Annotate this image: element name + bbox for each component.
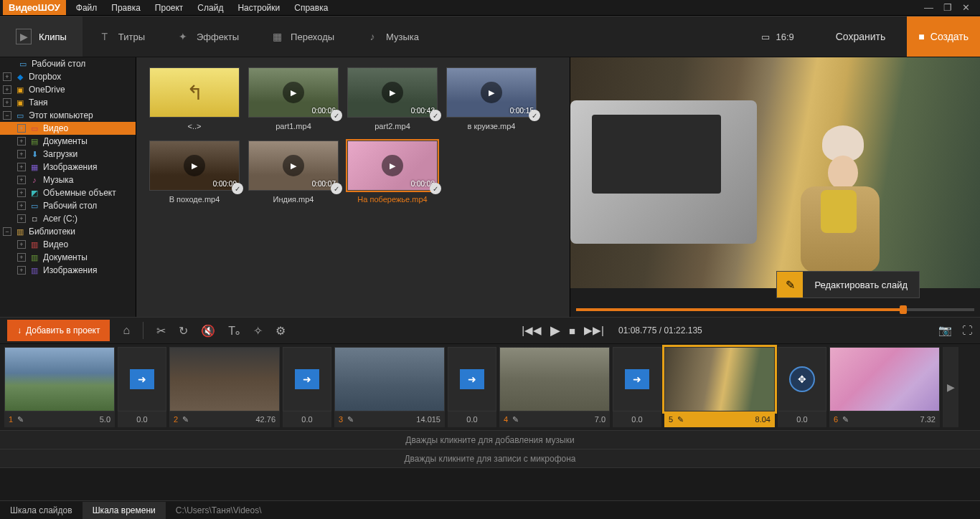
tab-clips-label: Клипы: [39, 32, 67, 42]
edit-slide-button[interactable]: ✎ Редактировать слайд: [776, 271, 920, 298]
edit-icon[interactable]: ✎: [17, 415, 24, 424]
window-maximize-icon[interactable]: ❐: [943, 2, 952, 13]
wand-icon[interactable]: ✧: [253, 324, 263, 338]
clip-thumbnail[interactable]: ▶0:00:08✓На побережье.mp4: [344, 141, 440, 204]
mute-icon[interactable]: 🔇: [201, 324, 215, 338]
menu-edit[interactable]: Правка: [104, 1, 148, 15]
mic-track-row[interactable]: Дважды кликните для записи с микрофона: [0, 449, 980, 467]
tree-item[interactable]: +▥Видео: [0, 238, 136, 251]
menu-settings[interactable]: Настройки: [230, 1, 287, 15]
tree-item[interactable]: +◆Dropbox: [0, 70, 136, 83]
menu-project[interactable]: Проект: [148, 1, 191, 15]
create-button[interactable]: ■‍ Создать: [907, 16, 980, 57]
menu-help[interactable]: Справка: [287, 1, 335, 15]
tab-transitions[interactable]: ▦ Переходы: [255, 16, 350, 57]
play-icon[interactable]: ▶: [550, 323, 560, 338]
window-minimize-icon[interactable]: —: [924, 2, 933, 13]
preview-video[interactable]: [570, 57, 980, 288]
clip-thumbnail[interactable]: ▶0:00:15✓в круизе.mp4: [443, 67, 540, 130]
tree-item[interactable]: +▣OneDrive: [0, 83, 136, 96]
tree-toggle-icon[interactable]: +: [3, 98, 11, 107]
tree-item[interactable]: +♪Музыка: [0, 173, 136, 186]
tree-item[interactable]: +◘Acer (C:): [0, 212, 136, 225]
tree-item-label: OneDrive: [29, 85, 65, 95]
tree-item[interactable]: −▥Библиотеки: [0, 225, 136, 238]
tree-toggle-icon[interactable]: +: [17, 189, 26, 197]
clip-thumbnail[interactable]: ▶0:00:06✓part1.mp4: [245, 67, 341, 130]
fullscreen-icon[interactable]: ⛶: [962, 324, 973, 337]
edit-icon[interactable]: ✎: [677, 415, 684, 424]
tree-toggle-icon[interactable]: +: [17, 201, 26, 210]
timeline-next-icon[interactable]: ▶: [943, 347, 958, 427]
timeline-transition[interactable]: ➜0.0: [283, 347, 331, 427]
menu-slide[interactable]: Слайд: [190, 1, 230, 15]
timeline-transition[interactable]: ✥0.0: [778, 347, 826, 427]
timeline-slide[interactable]: 5✎8.04: [664, 347, 775, 427]
tree-toggle-icon[interactable]: +: [17, 137, 26, 146]
menu-file[interactable]: Файл: [69, 1, 105, 15]
window-close-icon[interactable]: ✕: [962, 2, 970, 13]
edit-icon[interactable]: ✎: [182, 415, 189, 424]
tree-item[interactable]: +▣Таня: [0, 96, 136, 109]
tree-toggle-icon[interactable]: +: [17, 240, 26, 249]
tab-slide-scale[interactable]: Шкала слайдов: [0, 502, 83, 519]
tab-time-scale[interactable]: Шкала времени: [83, 502, 166, 519]
text-overlay-icon[interactable]: Tₒ: [228, 324, 240, 338]
scissors-icon[interactable]: ✂: [156, 324, 166, 338]
next-track-icon[interactable]: ▶▶|: [584, 324, 604, 337]
tree-toggle-icon[interactable]: +: [17, 253, 26, 262]
music-track-row[interactable]: Дважды кликните для добавления музыки: [0, 430, 980, 449]
tree-item[interactable]: +⬇Загрузки: [0, 148, 136, 161]
save-button[interactable]: Сохранить: [823, 31, 899, 42]
tree-toggle-icon[interactable]: +: [3, 72, 11, 81]
timeline-slide[interactable]: 2✎42.76: [169, 347, 280, 427]
prev-track-icon[interactable]: |◀◀: [522, 324, 542, 337]
tree-item[interactable]: +▤Документы: [0, 135, 136, 148]
timeline-slide[interactable]: 1✎5.0: [4, 347, 115, 427]
aspect-ratio-value: 16:9: [776, 32, 793, 42]
tree-toggle-icon[interactable]: +: [17, 266, 26, 275]
gear-icon[interactable]: ⚙: [275, 324, 286, 338]
tree-item[interactable]: +▥Документы: [0, 251, 136, 264]
preview-seekbar[interactable]: [576, 308, 974, 311]
tree-toggle-icon[interactable]: −: [3, 111, 11, 120]
aspect-ratio-selector[interactable]: ▭ 16:9: [750, 32, 805, 42]
tree-item[interactable]: +▦Изображения: [0, 161, 136, 173]
rotate-icon[interactable]: ↻: [179, 324, 188, 338]
tab-effects[interactable]: ✦ Эффекты: [161, 16, 255, 57]
stop-icon[interactable]: ■: [569, 325, 575, 337]
tree-item[interactable]: +▭Рабочий стол: [0, 199, 136, 212]
tree-toggle-icon[interactable]: +: [17, 124, 26, 133]
tree-item[interactable]: −▭Этот компьютер: [0, 109, 136, 122]
slide-duration: 7.32: [920, 415, 936, 424]
tree-item[interactable]: +▥Изображения: [0, 264, 136, 277]
add-to-project-button[interactable]: ↓ Добавить в проект: [7, 320, 110, 341]
tree-item[interactable]: +▭Видео: [0, 122, 136, 135]
tab-clips[interactable]: ▶ Клипы: [0, 16, 83, 57]
edit-icon[interactable]: ✎: [347, 415, 354, 424]
tab-titles[interactable]: T Титры: [83, 16, 161, 57]
tree-toggle-icon[interactable]: −: [3, 227, 11, 236]
clip-thumbnail[interactable]: ↰<..>: [146, 67, 242, 130]
edit-icon[interactable]: ✎: [842, 415, 849, 424]
tree-toggle-icon[interactable]: +: [17, 214, 26, 223]
tab-music[interactable]: ♪ Музыка: [350, 16, 435, 57]
tree-item[interactable]: +◩Объемные объект: [0, 186, 136, 199]
timeline-transition[interactable]: ➜0.0: [118, 347, 166, 427]
edit-icon[interactable]: ✎: [512, 415, 519, 424]
tree-toggle-icon[interactable]: +: [17, 176, 26, 184]
timeline-slide[interactable]: 3✎14.015: [334, 347, 445, 427]
timeline-transition[interactable]: ➜0.0: [613, 347, 661, 427]
clip-thumbnail[interactable]: ▶0:00:09✓В походе.mp4: [146, 141, 242, 204]
tree-toggle-icon[interactable]: +: [17, 163, 26, 171]
clip-thumbnail[interactable]: ▶0:00:07✓Индия.mp4: [245, 141, 341, 204]
clip-thumbnail[interactable]: ▶0:00:43✓part2.mp4: [344, 67, 440, 130]
timeline-slide[interactable]: 4✎7.0: [499, 347, 610, 427]
home-icon[interactable]: ⌂: [123, 324, 130, 337]
timeline-slide[interactable]: 6✎7.32: [829, 347, 940, 427]
tree-toggle-icon[interactable]: +: [3, 85, 11, 94]
snapshot-icon[interactable]: 📷: [938, 324, 952, 337]
tree-item[interactable]: ▭Рабочий стол: [0, 57, 136, 70]
tree-toggle-icon[interactable]: +: [17, 150, 26, 158]
timeline-transition[interactable]: ➜0.0: [448, 347, 496, 427]
